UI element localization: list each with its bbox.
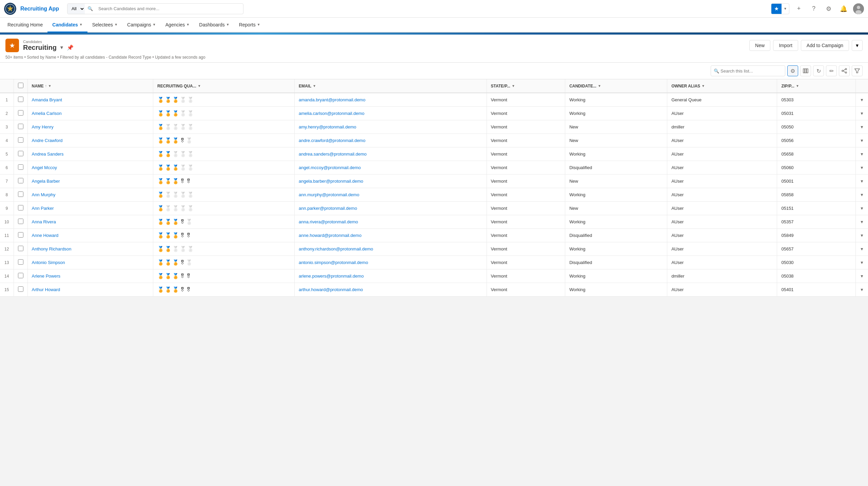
settings-button[interactable]: ⚙ bbox=[823, 3, 834, 14]
th-owner[interactable]: OWNER ALIAS ▼ bbox=[667, 79, 777, 93]
candidate-email-link[interactable]: anne.howard@protonmail.demo bbox=[299, 233, 361, 238]
row-action-button[interactable]: ▼ bbox=[860, 111, 864, 116]
candidate-email-link[interactable]: anthony.richardson@protonmail.demo bbox=[299, 246, 373, 251]
candidate-name-link[interactable]: Arthur Howard bbox=[32, 287, 60, 292]
search-input[interactable] bbox=[96, 6, 243, 11]
nav-item-selectees[interactable]: Selectees ▼ bbox=[87, 18, 122, 33]
row-select-checkbox[interactable] bbox=[18, 164, 23, 170]
row-action-button[interactable]: ▼ bbox=[860, 152, 864, 157]
add-button[interactable]: + bbox=[793, 3, 804, 14]
candidate-email-link[interactable]: arlene.powers@protonmail.demo bbox=[299, 274, 364, 279]
state-col-chevron-icon[interactable]: ▼ bbox=[512, 84, 515, 88]
candidate-name-link[interactable]: Andre Crawford bbox=[32, 138, 63, 143]
th-email[interactable]: EMAIL ▼ bbox=[294, 79, 487, 93]
candidate-name-link[interactable]: Antonio Simpson bbox=[32, 260, 65, 265]
pin-icon[interactable]: 📌 bbox=[67, 44, 74, 51]
candidate-name-link[interactable]: Amanda Bryant bbox=[32, 97, 62, 102]
nav-item-reports[interactable]: Reports ▼ bbox=[234, 18, 265, 33]
row-select-checkbox[interactable] bbox=[18, 232, 23, 238]
row-action-button[interactable]: ▼ bbox=[860, 193, 864, 197]
candidate-name-link[interactable]: Anne Howard bbox=[32, 233, 59, 238]
favorites-chevron-icon[interactable]: ▼ bbox=[782, 4, 789, 14]
column-chooser-button[interactable] bbox=[800, 65, 811, 76]
candidate-email-link[interactable]: ann.murphy@protonmail.demo bbox=[299, 192, 359, 197]
nav-item-candidates[interactable]: Candidates ▼ bbox=[47, 18, 87, 33]
email-col-chevron-icon[interactable]: ▼ bbox=[313, 84, 316, 88]
candidate-email-link[interactable]: andre.crawford@protonmail.demo bbox=[299, 138, 366, 143]
candidate-name-link[interactable]: Angel Mccoy bbox=[32, 165, 57, 170]
share-button[interactable] bbox=[839, 65, 850, 76]
th-checkbox[interactable] bbox=[14, 79, 27, 93]
candidate-email-link[interactable]: anna.rivera@protonmail.demo bbox=[299, 219, 358, 224]
candidate-name-link[interactable]: Anthony Richardson bbox=[32, 246, 72, 251]
search-filter-select[interactable]: All bbox=[67, 4, 85, 14]
nav-item-recruiting-home[interactable]: Recruiting Home bbox=[3, 18, 47, 33]
zip-col-chevron-icon[interactable]: ▼ bbox=[796, 84, 799, 88]
row-action-button[interactable]: ▼ bbox=[860, 287, 864, 292]
row-select-checkbox[interactable] bbox=[18, 124, 23, 129]
candidate-col-chevron-icon[interactable]: ▼ bbox=[598, 84, 601, 88]
new-button[interactable]: New bbox=[749, 40, 770, 51]
row-select-checkbox[interactable] bbox=[18, 246, 23, 251]
row-select-checkbox[interactable] bbox=[18, 110, 23, 116]
candidate-name-link[interactable]: Amy Henry bbox=[32, 124, 54, 129]
row-action-button[interactable]: ▼ bbox=[860, 220, 864, 224]
name-col-chevron-icon[interactable]: ▼ bbox=[48, 84, 52, 88]
candidate-name-link[interactable]: Ann Parker bbox=[32, 206, 54, 211]
row-action-button[interactable]: ▼ bbox=[860, 274, 864, 279]
candidate-name-link[interactable]: Anna Rivera bbox=[32, 219, 56, 224]
quals-col-chevron-icon[interactable]: ▼ bbox=[198, 84, 201, 88]
candidate-email-link[interactable]: amelia.carlson@protonmail.demo bbox=[299, 111, 364, 116]
candidate-email-link[interactable]: amanda.bryant@protonmail.demo bbox=[299, 97, 366, 102]
row-action-button[interactable]: ▼ bbox=[860, 138, 864, 143]
row-select-checkbox[interactable] bbox=[18, 219, 23, 224]
row-select-checkbox[interactable] bbox=[18, 97, 23, 102]
nav-item-campaigns[interactable]: Campaigns ▼ bbox=[122, 18, 161, 33]
import-button[interactable]: Import bbox=[773, 40, 798, 51]
th-candidate[interactable]: CANDIDATE... ▼ bbox=[565, 79, 667, 93]
row-action-button[interactable]: ▼ bbox=[860, 260, 864, 265]
row-select-checkbox[interactable] bbox=[18, 137, 23, 143]
list-title-chevron-icon[interactable]: ▼ bbox=[59, 45, 64, 50]
edit-button[interactable]: ✏ bbox=[826, 65, 837, 76]
candidate-name-link[interactable]: Ann Murphy bbox=[32, 192, 56, 197]
notifications-button[interactable]: 🔔 bbox=[838, 3, 849, 14]
candidate-name-link[interactable]: Angela Barber bbox=[32, 179, 60, 184]
owner-col-chevron-icon[interactable]: ▼ bbox=[702, 84, 705, 88]
candidate-email-link[interactable]: ann.parker@protonmail.demo bbox=[299, 206, 357, 211]
candidate-email-link[interactable]: angel.mccoy@protonmail.demo bbox=[299, 165, 361, 170]
row-action-button[interactable]: ▼ bbox=[860, 98, 864, 102]
row-select-checkbox[interactable] bbox=[18, 259, 23, 265]
row-select-checkbox[interactable] bbox=[18, 178, 23, 183]
row-select-checkbox[interactable] bbox=[18, 286, 23, 292]
row-action-button[interactable]: ▼ bbox=[860, 206, 864, 211]
candidate-email-link[interactable]: amy.henry@protonmail.demo bbox=[299, 124, 356, 129]
favorites-button[interactable]: ★ ▼ bbox=[771, 3, 789, 14]
th-zip[interactable]: ZIP/P... ▼ bbox=[777, 79, 856, 93]
row-action-button[interactable]: ▼ bbox=[860, 165, 864, 170]
nav-item-dashboards[interactable]: Dashboards ▼ bbox=[194, 18, 234, 33]
org-logo[interactable] bbox=[4, 3, 16, 15]
row-action-button[interactable]: ▼ bbox=[860, 125, 864, 129]
th-quals[interactable]: RECRUITING QUA... ▼ bbox=[153, 79, 295, 93]
row-select-checkbox[interactable] bbox=[18, 205, 23, 210]
add-to-campaign-button[interactable]: Add to Campaign bbox=[801, 40, 849, 51]
row-action-button[interactable]: ▼ bbox=[860, 233, 864, 238]
candidate-email-link[interactable]: andrea.sanders@protonmail.demo bbox=[299, 151, 367, 157]
list-search-input[interactable] bbox=[721, 68, 782, 74]
row-action-button[interactable]: ▼ bbox=[860, 179, 864, 184]
candidate-name-link[interactable]: Arlene Powers bbox=[32, 274, 61, 279]
refresh-button[interactable]: ↻ bbox=[813, 65, 824, 76]
settings-gear-button[interactable]: ⚙ bbox=[787, 65, 798, 76]
row-action-button[interactable]: ▼ bbox=[860, 247, 864, 251]
th-state[interactable]: STATE/P... ▼ bbox=[487, 79, 565, 93]
candidate-email-link[interactable]: arthur.howard@protonmail.demo bbox=[299, 287, 363, 292]
nav-item-agencies[interactable]: Agencies ▼ bbox=[161, 18, 195, 33]
row-select-checkbox[interactable] bbox=[18, 273, 23, 278]
row-select-checkbox[interactable] bbox=[18, 151, 23, 156]
actions-chevron-button[interactable]: ▼ bbox=[852, 40, 863, 51]
filter-button[interactable] bbox=[852, 65, 863, 76]
th-name[interactable]: NAME ↑ ▼ bbox=[27, 79, 153, 93]
candidate-name-link[interactable]: Andrea Sanders bbox=[32, 151, 64, 157]
candidate-name-link[interactable]: Amelia Carlson bbox=[32, 111, 62, 116]
